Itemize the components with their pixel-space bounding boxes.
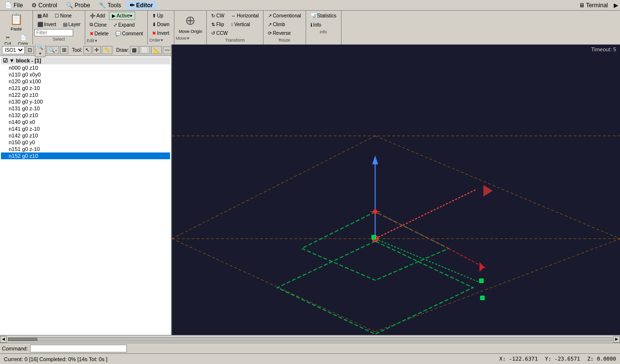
tree-item[interactable]: n110 g0 x0y0 <box>1 71 170 78</box>
tree-item-selected[interactable]: n152 g0 z10 <box>1 152 170 159</box>
iso-select[interactable]: ISO1 <box>2 46 25 54</box>
select-label: Select <box>34 37 83 42</box>
tree-item[interactable]: n150 g0 y0 <box>1 139 170 146</box>
tree-area: ☑ ▼ block - [1] n000 g0 z10 n110 g0 x0y0… <box>0 56 171 335</box>
tree-item[interactable]: n131 g0 z-10 <box>1 105 170 112</box>
filter-input[interactable] <box>34 29 73 36</box>
vertical-button[interactable]: ↕ Vertical <box>228 20 253 29</box>
left-panel: ISO1 ⊡ 🔍+ 🔍- ⊞ Tool: ↖ ✛ 📏 Draw: ▦ ⬜ 📐 〰… <box>0 45 172 335</box>
info-button[interactable]: ℹ Info <box>308 21 325 29</box>
delete-button[interactable]: ✖ Delete <box>87 30 111 38</box>
tree-item[interactable]: n151 g0 z-10 <box>1 146 170 152</box>
menu-editor[interactable]: ✏ Editor <box>126 1 157 10</box>
tree-item[interactable]: n000 g0 z10 <box>1 64 170 71</box>
info-label: Info <box>308 30 340 34</box>
clipboard-section: 📋 Paste ✂ Cut 📄 Copy Clipboard <box>0 11 33 45</box>
add-button[interactable]: ➕ Add <box>87 12 108 20</box>
flip-button[interactable]: ⇅ Flip <box>208 20 227 29</box>
command-label: Command: <box>2 346 28 351</box>
svg-rect-21 <box>480 279 483 283</box>
tree-item[interactable]: n122 g0 z10 <box>1 91 170 98</box>
scroll-right-button[interactable]: ▶ <box>613 336 620 343</box>
move-origin-button[interactable]: ⊕ Move Origin <box>176 12 205 35</box>
invert-order-button[interactable]: ✖ Invert <box>149 29 172 37</box>
up-icon: ⬆ <box>152 13 156 18</box>
conventional-button[interactable]: ↗ Conventional <box>265 12 304 20</box>
draw-rect-button[interactable]: ⬜ <box>140 46 150 54</box>
horizontal-button[interactable]: ↔ Horizontal <box>228 12 262 20</box>
reverse-icon: ⟳ <box>268 30 272 36</box>
comment-button[interactable]: 💬 Comment <box>112 30 146 38</box>
scrollbar-track[interactable] <box>8 337 612 341</box>
zoom-fit-button[interactable]: ⊡ <box>26 46 34 54</box>
scrollbar-thumb[interactable] <box>8 338 37 341</box>
tree-item[interactable]: n120 g0 x100 <box>1 78 170 85</box>
order-label: Order ▾ <box>149 38 172 43</box>
crosshair-button[interactable]: ✛ <box>93 46 101 54</box>
paste-button[interactable]: 📋 Paste <box>7 12 26 33</box>
conventional-icon: ↗ <box>268 13 272 18</box>
clone-icon: ⧉ <box>90 22 93 28</box>
zoom-selection-button[interactable]: ⊞ <box>60 46 68 54</box>
zoom-in-button[interactable]: 🔍+ <box>35 45 46 57</box>
move-origin-icon: ⊕ <box>185 13 196 28</box>
tree-item[interactable]: n130 g0 y-100 <box>1 98 170 105</box>
x-label: X: <box>499 356 506 362</box>
scroll-left-button[interactable]: ◀ <box>0 336 7 343</box>
clone-button[interactable]: ⧉ Clone <box>87 20 109 29</box>
flip-icon: ⇅ <box>211 22 215 27</box>
command-input[interactable] <box>30 345 127 352</box>
timeout-display: Timeout: 5 <box>591 46 616 52</box>
down-button[interactable]: ⬇ Down <box>149 20 172 29</box>
left-viewer-toolbar: ISO1 ⊡ 🔍+ 🔍- ⊞ Tool: ↖ ✛ 📏 Draw: ▦ ⬜ 📐 〰 <box>0 45 171 56</box>
invert-select-button[interactable]: ⬛ Invert <box>34 20 59 29</box>
status-bar: Current: 0 [16] Completed: 0% [14s Tot: … <box>0 353 620 364</box>
ccw-icon: ↺ <box>211 30 215 36</box>
menu-bar: 📄 File ⚙ Control 🔍 Probe 🔧 Tools ✏ Edito… <box>0 0 620 11</box>
all-button[interactable]: ▦ All <box>34 12 51 20</box>
cut-icon: ✂ <box>6 35 10 40</box>
active-button[interactable]: ▶ Active▾ <box>109 12 135 20</box>
cursor-button[interactable]: ↖ <box>83 46 92 54</box>
cw-button[interactable]: ↻ CW <box>208 12 227 20</box>
reverse-button[interactable]: ⟳ Reverse <box>265 29 294 37</box>
tree-item[interactable]: n121 g0 z-10 <box>1 85 170 91</box>
none-button[interactable]: ☐ None <box>52 12 75 20</box>
measure-button[interactable]: 📏 <box>102 46 112 54</box>
menu-tools[interactable]: 🔧 Tools <box>95 1 125 10</box>
menu-terminal[interactable]: 🖥 Terminal <box>575 1 612 10</box>
menu-expand[interactable]: ▶ <box>613 1 619 10</box>
paste-icon: 📋 <box>10 13 23 26</box>
scrollbar-horizontal[interactable]: ◀ ▶ <box>0 335 620 343</box>
invert-icon: ⬛ <box>37 22 43 27</box>
expand-button[interactable]: ⤢ Expand <box>110 20 138 29</box>
tree-item[interactable]: n140 g0 x0 <box>1 119 170 125</box>
draw-line-button[interactable]: 📐 <box>151 46 162 54</box>
layer-icon: ▤ <box>63 22 67 27</box>
climb-button[interactable]: ↗ Climb <box>265 20 288 29</box>
tree-item[interactable]: n141 g0 z-10 <box>1 125 170 132</box>
menu-file[interactable]: 📄 File <box>1 1 27 10</box>
cw-icon: ↻ <box>211 13 215 18</box>
horizontal-icon: ↔ <box>231 13 236 18</box>
viewer-container: Timeout: 5 <box>172 45 620 335</box>
transform-section: ↻ CW ↔ Horizontal ⇅ Flip ↕ Vertical <box>207 11 264 45</box>
layer-button[interactable]: ▤ Layer <box>60 20 83 29</box>
up-button[interactable]: ⬆ Up <box>149 12 166 20</box>
menu-probe[interactable]: 🔍 Probe <box>62 1 94 10</box>
zoom-out-button[interactable]: 🔍- <box>46 46 59 54</box>
menu-control[interactable]: ⚙ Control <box>28 1 61 10</box>
tree-item[interactable]: n132 g0 z10 <box>1 112 170 119</box>
statistics-button[interactable]: 📊 Statistics <box>308 12 340 20</box>
canvas-svg[interactable] <box>172 45 620 335</box>
z-label: Z: <box>587 356 593 362</box>
svg-rect-22 <box>480 296 484 300</box>
tree-block-header[interactable]: ☑ ▼ block - [1] <box>1 57 170 64</box>
draw-grid-button[interactable]: ▦ <box>130 46 139 54</box>
none-icon: ☐ <box>55 13 59 18</box>
status-text: Current: 0 [16] Completed: 0% [14s Tot: … <box>4 356 108 362</box>
tree-item[interactable]: n142 g0 z10 <box>1 132 170 139</box>
ccw-button[interactable]: ↺ CCW <box>208 29 231 37</box>
y-value: -23.6571 <box>555 356 580 362</box>
draw-path-button[interactable]: 〰 <box>163 46 172 54</box>
